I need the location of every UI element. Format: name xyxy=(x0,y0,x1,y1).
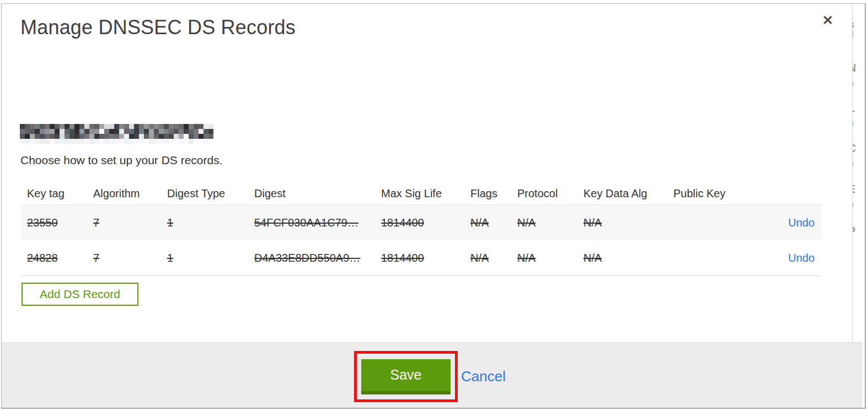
clipped-text-fragment: N xyxy=(853,62,856,73)
record-cell: N/A xyxy=(517,252,583,264)
record-cell: N/A xyxy=(583,252,673,264)
column-header: Key Data Alg xyxy=(583,187,673,200)
column-header: Protocol xyxy=(517,187,583,200)
ds-records-table: Key tagAlgorithmDigest TypeDigestMax Sig… xyxy=(21,182,822,276)
record-cell: N/A xyxy=(583,217,673,229)
add-ds-record-button[interactable]: Add DS Record xyxy=(22,283,138,306)
clipped-text-fragment: P xyxy=(853,225,855,236)
redacted-domain xyxy=(20,124,213,144)
table-header: Key tagAlgorithmDigest TypeDigestMax Sig… xyxy=(21,182,822,205)
column-header: Flags xyxy=(470,187,517,200)
record-cell: 24828 xyxy=(27,252,93,264)
table-row: 2482871D4A33E8DD550A9…1814400N/AN/AN/AUn… xyxy=(21,240,822,275)
action-cell: Undo xyxy=(782,217,822,229)
record-cell: 1814400 xyxy=(381,252,470,264)
modal-footer: Save Cancel xyxy=(2,342,862,408)
record-cell: 1 xyxy=(167,217,254,229)
table-row: 235507154FCF030AA1C79…1814400N/AN/AN/AUn… xyxy=(21,205,822,240)
clipped-text-fragment: o xyxy=(853,117,854,128)
subtitle: Choose how to set up your DS records. xyxy=(20,154,223,167)
column-header: Public Key xyxy=(673,187,822,200)
column-header: Algorithm xyxy=(93,187,167,200)
column-header: Digest xyxy=(254,187,381,200)
record-cell: 7 xyxy=(93,217,167,229)
undo-link[interactable]: Undo xyxy=(788,252,815,264)
clipped-text-fragment: o xyxy=(853,199,854,209)
record-cell: 23550 xyxy=(27,217,93,229)
record-cell: 54FCF030AA1C79… xyxy=(254,217,381,229)
clipped-text-fragment: o xyxy=(853,158,854,169)
page-frame: Manage DNSSEC DS Records ✕ Choose how to… xyxy=(1,3,866,409)
column-header: Digest Type xyxy=(167,187,254,200)
table-body: 235507154FCF030AA1C79…1814400N/AN/AN/AUn… xyxy=(21,205,822,276)
record-cell: D4A33E8DD550A9… xyxy=(254,252,381,264)
cancel-link[interactable]: Cancel xyxy=(461,368,506,385)
record-cell: N/A xyxy=(470,217,517,229)
clipped-text-fragment: E xyxy=(853,183,855,194)
clipped-text-fragment: d xyxy=(853,29,854,40)
record-cell: 1 xyxy=(167,252,254,264)
record-cell: N/A xyxy=(470,252,517,264)
background-page-strip: sdNoLoCoEoPl xyxy=(853,4,865,342)
undo-link[interactable]: Undo xyxy=(788,217,815,229)
annotation-highlight: Save xyxy=(354,351,458,402)
clipped-text-fragment: L xyxy=(853,102,855,113)
column-header: Max Sig Life xyxy=(381,187,470,200)
action-cell: Undo xyxy=(782,252,822,264)
close-icon[interactable]: ✕ xyxy=(822,14,833,27)
clipped-text-fragment: o xyxy=(853,78,854,88)
record-cell: 7 xyxy=(93,252,167,264)
column-header: Key tag xyxy=(27,187,93,200)
clipped-text-fragment: s xyxy=(853,19,854,30)
save-button[interactable]: Save xyxy=(361,359,451,394)
record-cell: N/A xyxy=(517,217,583,229)
dnssec-modal: Manage DNSSEC DS Records ✕ Choose how to… xyxy=(2,4,853,342)
modal-title: Manage DNSSEC DS Records xyxy=(20,16,296,39)
clipped-text-fragment: C xyxy=(853,143,856,154)
record-cell: 1814400 xyxy=(381,217,470,229)
